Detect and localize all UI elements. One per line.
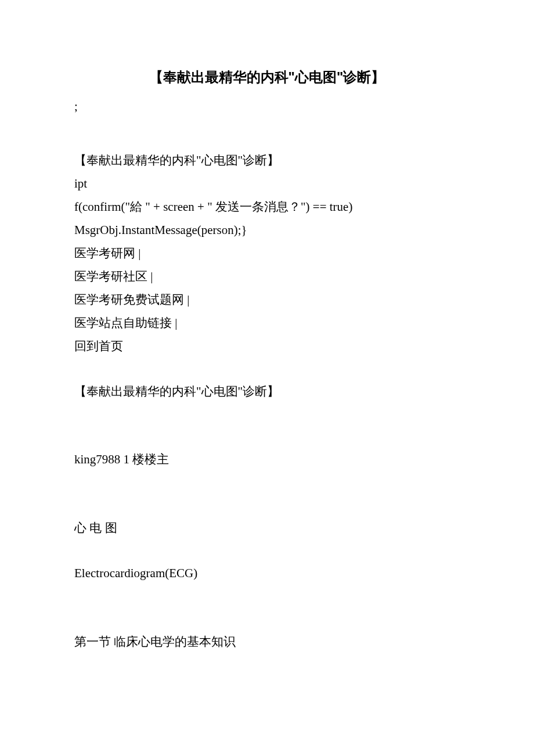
nav-link-2: 医学考研社区 | xyxy=(74,265,460,289)
nav-link-4: 医学站点自助链接 | xyxy=(74,312,460,335)
author-block: king7988 1 楼楼主 xyxy=(74,448,460,471)
nav-link-5: 回到首页 xyxy=(74,335,460,358)
intro-block: 【奉献出最精华的内科"心电图"诊断】 ipt f(confirm("給 " + … xyxy=(74,149,460,358)
cn-title: 心 电 图 xyxy=(74,517,460,540)
repeat-header: 【奉献出最精华的内科"心电图"诊断】 xyxy=(74,380,460,404)
en-title: Electrocardiogram(ECG) xyxy=(74,562,460,585)
semicolon-line: ; xyxy=(74,95,460,118)
code-line-3: MsgrObj.InstantMessage(person);} xyxy=(74,219,460,242)
section-block: 第一节 临床心电学的基本知识 xyxy=(74,631,460,654)
spacer xyxy=(74,607,460,631)
code-line-2: f(confirm("給 " + screen + " 发送一条消息？") ==… xyxy=(74,196,460,219)
header-line: 【奉献出最精华的内科"心电图"诊断】 xyxy=(74,149,460,172)
spacer xyxy=(74,425,460,448)
section-1: 第一节 临床心电学的基本知识 xyxy=(74,631,460,654)
cn-title-block: 心 电 图 xyxy=(74,517,460,540)
repeat-header-block: 【奉献出最精华的内科"心电图"诊断】 xyxy=(74,380,460,404)
author-line: king7988 1 楼楼主 xyxy=(74,448,460,471)
code-line-1: ipt xyxy=(74,172,460,196)
en-title-block: Electrocardiogram(ECG) xyxy=(74,562,460,585)
spacer xyxy=(74,494,460,517)
nav-link-1: 医学考研网 | xyxy=(74,242,460,265)
document-page: 【奉献出最精华的内科"心电图"诊断】 ; 【奉献出最精华的内科"心电图"诊断】 … xyxy=(0,0,534,756)
nav-link-3: 医学考研免费试题网 | xyxy=(74,289,460,312)
page-title: 【奉献出最精华的内科"心电图"诊断】 xyxy=(74,64,460,91)
